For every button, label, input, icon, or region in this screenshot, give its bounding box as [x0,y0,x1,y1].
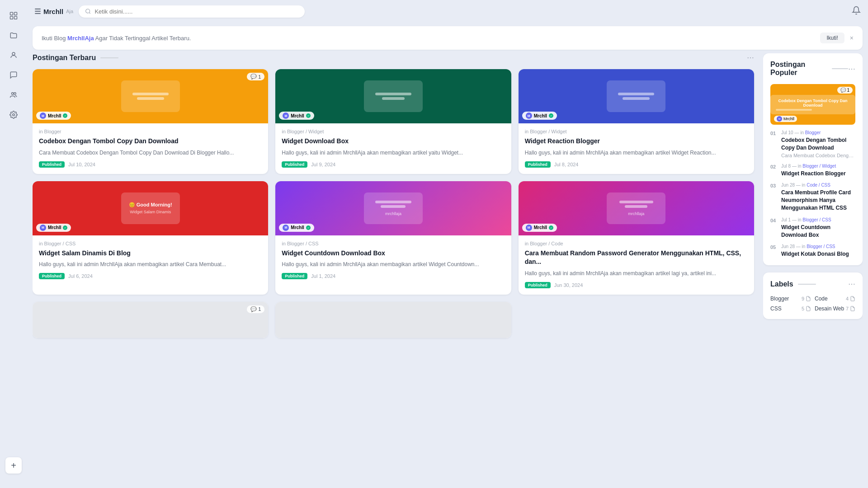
label-blogger[interactable]: Blogger 9 [770,296,811,302]
popular-title-5: Widget Kotak Donasi Blog [781,250,849,258]
post-card-5[interactable]: mrchllaja M Mrchll in Blogger / CSS Widg… [275,181,511,295]
svg-rect-0 [10,12,13,15]
popular-list: 01 Jul 10 — in Blogger Codebox Dengan To… [770,130,855,258]
comment-badge-7: 💬 1 [247,305,264,313]
published-badge-3: Published [525,161,551,168]
published-badge-6: Published [525,282,551,288]
labels-section: Labels ⋯ Blogger 9 Code 4 CSS [763,272,863,319]
svg-rect-1 [14,12,17,15]
banner-text: Ikuti Blog MrchllAja Agar Tidak Tertingg… [42,35,191,42]
card-category-3: in Blogger / Widget [525,129,748,134]
topbar: ☰ Mrchll Aja [27,0,868,23]
follow-button[interactable]: Ikuti! [820,33,844,43]
labels-grid: Blogger 9 Code 4 CSS 5 Desain Web 7 [770,296,855,312]
add-button[interactable]: + [5,457,22,474]
banner-close-button[interactable]: × [850,34,854,42]
sidebar-icon-home[interactable] [5,7,22,23]
app-badge: Aja [66,9,73,14]
sidebar-icon-users[interactable] [5,47,22,63]
popular-title-4: Widget Countdown Download Box [781,224,855,239]
svg-point-10 [63,113,67,118]
post-card-1[interactable]: 💬 1 M Mrchll [33,69,268,174]
published-badge-4: Published [39,273,65,279]
comment-badge-1: 💬 1 [247,73,264,80]
card-date-5: Jul 1, 2024 [311,273,335,279]
popular-section-header: Postingan Populer ⋯ [770,61,855,77]
labels-section-header: Labels ⋯ [770,280,855,288]
card-excerpt-2: Hallo guys, kali ini admin MrchllAja aka… [282,149,505,157]
card-body-4: in Blogger / CSS Widget Salam Dinamis Di… [33,235,268,286]
card-title-1: Codebox Dengan Tombol Copy Dan Download [39,137,262,146]
main-column: Postingan Terbaru ⋯ 💬 1 [33,53,756,483]
hamburger-icon[interactable]: ☰ [34,7,41,16]
published-badge-5: Published [282,273,307,279]
popular-meta-1: Jul 10 — in Blogger [781,130,855,135]
post-card-4[interactable]: 😊 Good Morning! Widget Salam Dinamis M M… [33,181,268,295]
label-code[interactable]: Code 4 [815,296,855,302]
thumb-author-6: M Mrchll [522,224,557,232]
card-footer-6: Published Jun 30, 2024 [525,282,748,288]
card-thumb-7: 💬 1 [33,302,268,338]
banner-actions: Ikuti! × [820,33,854,43]
popular-title-2: Widget Reaction Blogger [781,170,846,178]
search-input[interactable] [94,8,298,15]
thumb-mockup-2 [364,80,423,112]
svg-point-14 [306,225,311,230]
labels-section-menu[interactable]: ⋯ [848,280,855,288]
recent-section-menu[interactable]: ⋯ [747,53,754,62]
banner-brand-link[interactable]: MrchllAja [67,35,94,42]
thumb-author-4: M Mrchll [36,224,71,232]
post-card-6[interactable]: mrchllaja M Mrchll in Blogger / Code Car… [519,181,754,295]
thumb-author-5: M Mrchll [279,224,314,232]
post-card-8[interactable] [275,302,511,338]
popular-item-5[interactable]: 05 Jun 28 — in Blogger / CSS Widget Kota… [770,244,855,258]
card-title-3: Widget Reaction Blogger [525,137,748,146]
card-thumb-5: mrchllaja M Mrchll [275,181,511,235]
card-body-3: in Blogger / Widget Widget Reaction Blog… [519,123,754,174]
title-line [100,57,118,58]
sidebar-icon-settings[interactable] [5,107,22,123]
search-box[interactable] [79,5,305,18]
card-category-6: in Blogger / Code [525,241,748,246]
svg-line-9 [89,13,90,14]
popular-item-4[interactable]: 04 Jul 1 — in Blogger / CSS Widget Count… [770,217,855,239]
card-thumb-6: mrchllaja M Mrchll [519,181,754,235]
card-thumb-1: 💬 1 M Mrchll [33,69,268,123]
sidebar-icon-folder[interactable] [5,27,22,43]
sidebar-icon-chat[interactable] [5,67,22,83]
card-date-6: Jun 30, 2024 [554,282,583,288]
popular-num-5: 05 [770,244,778,258]
popular-desc-1: Cara Membuat Codebox Dengan Tombol Copy … [781,153,855,158]
thumb-mockup-4: 😊 Good Morning! Widget Salam Dinamis [121,192,180,224]
popular-featured-thumb[interactable]: 💬 1 Codebox Dengan Tombol Copy Dan Downl… [770,84,855,125]
main-wrapper: ☰ Mrchll Aja Ikuti Blog MrchllAja Agar T… [27,0,868,488]
label-css[interactable]: CSS 5 [770,305,811,312]
notification-icon[interactable] [852,6,861,15]
sidebar-icon-group[interactable] [5,87,22,103]
popular-section: Postingan Populer ⋯ 💬 1 Codebox Dengan T… [763,53,863,265]
svg-point-7 [13,114,15,116]
thumb-author-2: M Mrchll [279,112,314,120]
thumb-mockup-5: mrchllaja [364,192,423,224]
popular-item-1[interactable]: 01 Jul 10 — in Blogger Codebox Dengan To… [770,130,855,158]
label-desain-web[interactable]: Desain Web 7 [815,305,855,312]
svg-point-4 [12,52,15,55]
post-card-3[interactable]: M Mrchll in Blogger / Widget Widget Reac… [519,69,754,174]
card-title-4: Widget Salam Dinamis Di Blog [39,249,262,258]
svg-point-8 [86,9,90,13]
popular-item-2[interactable]: 02 Jul 8 — in Blogger / Widget Widget Re… [770,164,855,178]
svg-rect-2 [10,16,13,19]
post-card-2[interactable]: M Mrchll in Blogger / Widget Widget Down… [275,69,511,174]
card-excerpt-4: Hallo guys, kali ini admin MrchllAja aka… [39,260,262,268]
topbar-right [852,6,861,17]
popular-num-4: 04 [770,217,778,239]
card-date-2: Jul 9, 2024 [311,162,335,167]
popular-item-3[interactable]: 03 Jun 28 — in Code / CSS Cara Membuat P… [770,183,855,211]
popular-meta-2: Jul 8 — in Blogger / Widget [781,164,846,169]
published-badge-2: Published [282,161,307,168]
thumb-author-3: M Mrchll [522,112,557,120]
card-category-2: in Blogger / Widget [282,129,505,134]
popular-section-menu[interactable]: ⋯ [848,65,855,73]
post-card-7[interactable]: 💬 1 [33,302,268,338]
card-title-6: Cara Membuat Random Password Generator M… [525,249,748,267]
